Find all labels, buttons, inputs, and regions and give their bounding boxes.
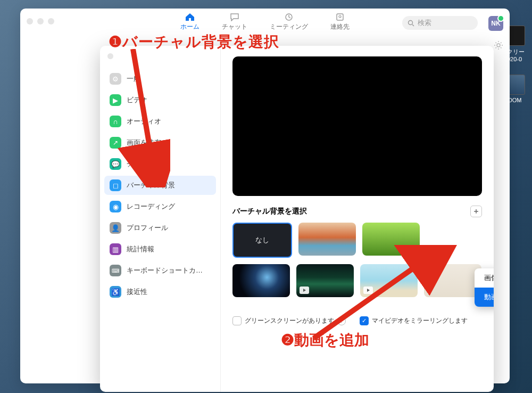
contacts-icon — [335, 13, 345, 21]
sidebar-item-virtual-background[interactable]: ◻バーチャル背景 — [104, 176, 216, 195]
checkbox-icon: ✓ — [360, 316, 369, 325]
video-badge-icon — [300, 286, 309, 294]
keyboard-icon: ⌨ — [110, 265, 121, 276]
svg-line-4 — [412, 24, 414, 26]
sidebar-item-share[interactable]: ↗画面を共有 — [104, 133, 216, 152]
share-icon: ↗ — [110, 137, 121, 149]
settings-content: バーチャル背景を選択 ＋ なし グリーンスクリーンがあります? — [221, 46, 494, 392]
sidebar-item-profile[interactable]: 👤プロフィール — [104, 218, 216, 238]
stats-icon: ▥ — [110, 243, 121, 255]
sidebar-item-label: キーボードショートカ… — [127, 266, 203, 275]
help-icon[interactable]: ? — [337, 317, 346, 325]
add-background-button[interactable]: ＋ — [470, 206, 482, 217]
add-menu-popup: 画像を追加 動画を追加 — [475, 268, 494, 307]
gear-icon: ⚙ — [110, 73, 121, 85]
sidebar-item-label: バーチャル背景 — [127, 181, 175, 190]
sidebar-item-label: ビデオ — [127, 95, 147, 105]
zoom-main-window: ホーム チャット ミーティング 連絡先 検索 NK — [20, 9, 510, 383]
search-placeholder: 検索 — [418, 18, 431, 28]
avatar[interactable]: NK — [488, 16, 503, 31]
search-icon — [408, 20, 414, 27]
menu-add-video[interactable]: 動画を追加 — [475, 288, 494, 307]
svg-point-2 — [339, 15, 341, 18]
sidebar-item-audio[interactable]: ∩オーディオ — [104, 112, 216, 131]
menu-item-label: 動画を追加 — [484, 293, 494, 301]
sidebar-item-label: チャット — [127, 159, 154, 169]
sidebar-item-label: オーディオ — [127, 117, 161, 126]
profile-icon: 👤 — [110, 222, 121, 234]
video-badge-icon — [363, 286, 373, 294]
menu-item-label: 画像を追加 — [484, 274, 494, 282]
sidebar-item-chat[interactable]: 💬チャット — [104, 154, 216, 174]
presence-dot-icon — [497, 15, 504, 22]
chat-icon: 💬 — [110, 158, 121, 170]
record-icon: ◉ — [110, 201, 121, 212]
sidebar-item-general[interactable]: ⚙一般 — [104, 69, 216, 88]
sidebar-item-label: レコーディング — [127, 202, 175, 211]
chat-icon — [230, 13, 239, 21]
video-icon: ▶ — [110, 94, 121, 106]
svg-point-3 — [409, 20, 413, 24]
bg-thumb-earth[interactable] — [232, 264, 290, 297]
bg-thumb-none[interactable]: なし — [232, 223, 292, 258]
settings-sidebar: ⚙一般 ▶ビデオ ∩オーディオ ↗画面を共有 💬チャット ◻バーチャル背景 ◉レ… — [100, 46, 221, 392]
checkbox-icon — [232, 316, 242, 325]
bg-thumb-beach[interactable] — [360, 264, 418, 297]
accessibility-icon: ♿ — [110, 286, 121, 298]
section-title: バーチャル背景を選択 — [232, 207, 307, 216]
bg-thumb-room[interactable] — [424, 264, 481, 297]
nav-chat-label: チャット — [222, 23, 247, 30]
sidebar-item-label: 一般 — [127, 74, 140, 84]
sidebar-item-video[interactable]: ▶ビデオ — [104, 91, 216, 110]
sidebar-item-stats[interactable]: ▥統計情報 — [104, 240, 216, 259]
nav-contacts-label: 連絡先 — [330, 23, 350, 30]
mirror-label: マイビデオをミラーリングします — [372, 317, 468, 324]
search-input[interactable]: 検索 — [402, 16, 478, 30]
menu-add-image[interactable]: 画像を追加 — [475, 268, 494, 288]
close-icon[interactable] — [107, 53, 113, 59]
nav-home-label: ホーム — [180, 23, 200, 30]
settings-gear-button[interactable] — [494, 40, 503, 52]
sidebar-item-label: 画面を共有 — [127, 138, 161, 148]
bg-thumb-aurora[interactable] — [296, 264, 354, 297]
clock-icon — [284, 13, 294, 21]
bg-none-label: なし — [255, 235, 269, 245]
nav-meeting[interactable]: ミーティング — [270, 13, 308, 31]
gear-icon — [494, 40, 503, 50]
svg-rect-1 — [337, 14, 343, 20]
nav-meeting-label: ミーティング — [270, 23, 308, 30]
bg-thumb-grass[interactable] — [362, 223, 420, 256]
person-icon: ◻ — [110, 179, 121, 191]
nav-chat[interactable]: チャット — [222, 13, 247, 31]
svg-point-5 — [497, 44, 500, 47]
nav-home[interactable]: ホーム — [180, 13, 200, 31]
sidebar-item-label: 統計情報 — [127, 244, 154, 254]
sidebar-item-keyboard[interactable]: ⌨キーボードショートカ… — [104, 261, 216, 280]
headphones-icon: ∩ — [110, 116, 121, 127]
settings-window: ⚙一般 ▶ビデオ ∩オーディオ ↗画面を共有 💬チャット ◻バーチャル背景 ◉レ… — [100, 46, 494, 392]
sidebar-item-label: プロフィール — [127, 223, 168, 233]
sidebar-item-recording[interactable]: ◉レコーディング — [104, 197, 216, 216]
mirror-checkbox[interactable]: ✓マイビデオをミラーリングします — [360, 316, 468, 325]
home-icon — [185, 13, 195, 21]
nav-contacts[interactable]: 連絡先 — [330, 13, 350, 31]
sidebar-item-accessibility[interactable]: ♿接近性 — [104, 282, 216, 301]
green-screen-label: グリーンスクリーンがあります — [245, 317, 334, 324]
bg-thumb-bridge[interactable] — [298, 223, 356, 256]
video-preview — [232, 56, 482, 196]
sidebar-item-label: 接近性 — [127, 287, 147, 297]
green-screen-checkbox[interactable]: グリーンスクリーンがあります? — [232, 316, 346, 325]
